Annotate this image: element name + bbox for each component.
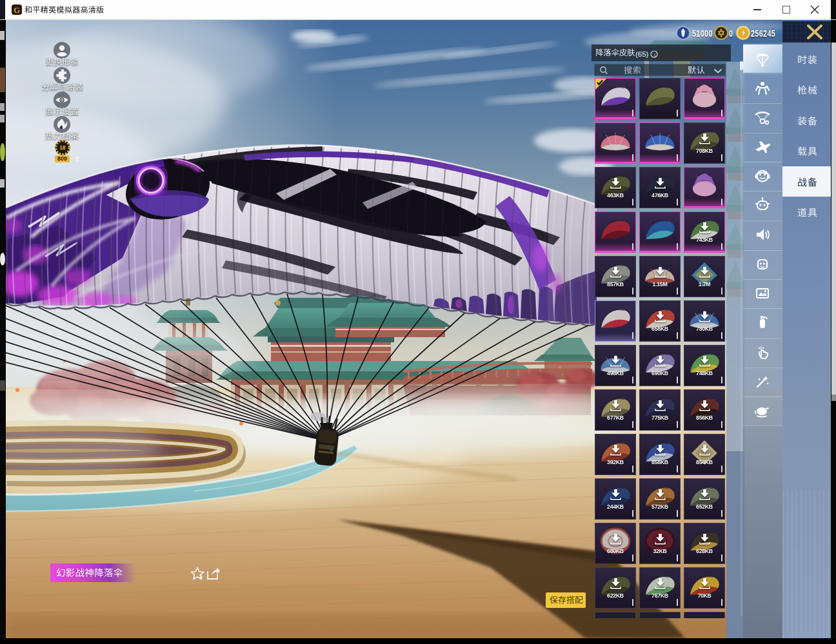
svg-text:18: 18 — [59, 145, 66, 151]
